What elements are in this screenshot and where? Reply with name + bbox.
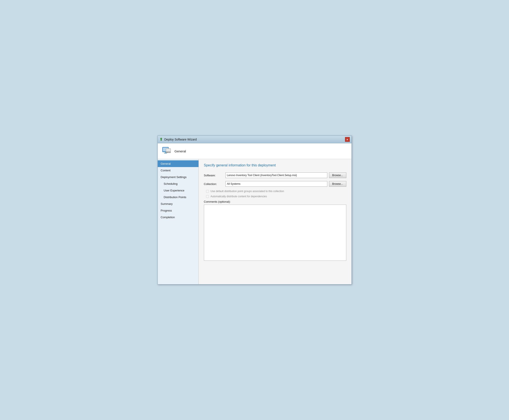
comments-label: Comments (optional): bbox=[204, 200, 346, 203]
wizard-window: ⬆ Deploy Software Wizard × General bbox=[157, 135, 352, 285]
wizard-header: General bbox=[158, 143, 352, 159]
software-input[interactable] bbox=[225, 172, 327, 178]
sidebar-item-user-experience[interactable]: User Experience bbox=[158, 187, 199, 194]
sidebar-item-scheduling[interactable]: Scheduling bbox=[158, 180, 199, 187]
sidebar-item-summary[interactable]: Summary bbox=[158, 201, 199, 207]
sidebar: General Content Deployment Settings Sche… bbox=[158, 159, 199, 284]
sidebar-item-general[interactable]: General bbox=[158, 160, 199, 167]
checkbox2-row: Automatically distribute content for dep… bbox=[204, 195, 346, 198]
software-label: Software: bbox=[204, 174, 225, 177]
sidebar-item-completion[interactable]: Completion bbox=[158, 214, 199, 221]
comments-textarea[interactable] bbox=[204, 205, 346, 261]
sidebar-item-content[interactable]: Content bbox=[158, 167, 199, 174]
svg-rect-5 bbox=[166, 149, 170, 151]
svg-rect-7 bbox=[166, 152, 168, 153]
sidebar-item-distribution-points[interactable]: Distribution Points bbox=[158, 194, 199, 201]
collection-browse-button[interactable]: Browse... bbox=[329, 181, 346, 187]
close-button[interactable]: × bbox=[345, 137, 350, 142]
collection-label: Collection: bbox=[204, 182, 225, 186]
checkbox1-row: Use default distribution point groups as… bbox=[204, 190, 346, 193]
checkbox1-label: Use default distribution point groups as… bbox=[211, 190, 284, 193]
title-bar-left: ⬆ Deploy Software Wizard bbox=[159, 137, 197, 142]
header-title: General bbox=[175, 149, 186, 153]
title-bar: ⬆ Deploy Software Wizard × bbox=[158, 136, 352, 143]
collection-input[interactable] bbox=[225, 181, 327, 187]
sidebar-item-deployment-settings[interactable]: Deployment Settings bbox=[158, 174, 199, 180]
checkbox2-label: Automatically distribute content for dep… bbox=[211, 195, 267, 198]
svg-rect-3 bbox=[164, 153, 167, 154]
checkbox2 bbox=[206, 195, 209, 198]
wizard-icon: ⬆ bbox=[159, 137, 163, 142]
wizard-body: General Content Deployment Settings Sche… bbox=[158, 159, 352, 284]
main-content: Specify general information for this dep… bbox=[199, 159, 352, 284]
window-title: Deploy Software Wizard bbox=[164, 138, 197, 141]
collection-row: Collection: Browse... bbox=[204, 181, 346, 187]
sidebar-item-progress[interactable]: Progress bbox=[158, 207, 199, 214]
checkbox1 bbox=[206, 190, 209, 193]
computer-icon bbox=[161, 146, 171, 156]
software-browse-button[interactable]: Browse... bbox=[329, 172, 346, 178]
software-row: Software: Browse... bbox=[204, 172, 346, 178]
section-title: Specify general information for this dep… bbox=[204, 163, 346, 167]
